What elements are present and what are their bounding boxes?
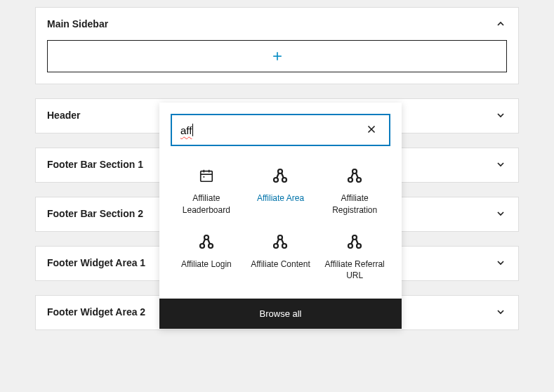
block-label: Affiliate Login bbox=[181, 259, 232, 270]
block-item-affiliate-area[interactable]: Affiliate Area bbox=[245, 162, 317, 222]
svg-point-18 bbox=[278, 235, 282, 240]
close-icon bbox=[365, 123, 378, 138]
add-block-button[interactable] bbox=[47, 40, 507, 72]
widget-area-title: Footer Bar Section 1 bbox=[47, 159, 143, 170]
block-item-affiliate-referral-url[interactable]: Affiliate Referral URL bbox=[319, 228, 390, 288]
clear-search-button[interactable] bbox=[362, 120, 381, 141]
svg-point-10 bbox=[274, 178, 278, 182]
affiliate-icon bbox=[198, 233, 215, 250]
block-label: Affiliate Area bbox=[257, 192, 304, 204]
svg-point-13 bbox=[348, 178, 352, 182]
svg-point-15 bbox=[204, 235, 209, 240]
affiliate-icon bbox=[346, 233, 363, 250]
block-inserter-popover: aff Affiliate Leaderboard bbox=[159, 103, 402, 329]
block-item-affiliate-content[interactable]: Affiliate Content bbox=[245, 228, 317, 288]
svg-rect-4 bbox=[201, 171, 213, 182]
affiliate-icon bbox=[272, 167, 289, 184]
svg-point-23 bbox=[357, 244, 361, 248]
widget-area-main-sidebar: Main Sidebar bbox=[35, 7, 519, 84]
plus-icon bbox=[270, 49, 284, 63]
svg-point-21 bbox=[352, 235, 357, 240]
svg-point-22 bbox=[348, 244, 352, 248]
svg-point-20 bbox=[282, 244, 286, 248]
browse-all-button[interactable]: Browse all bbox=[159, 299, 402, 329]
svg-point-12 bbox=[352, 169, 357, 174]
block-item-affiliate-login[interactable]: Affiliate Login bbox=[171, 228, 242, 288]
calendar-icon bbox=[199, 167, 214, 184]
affiliate-icon bbox=[346, 167, 363, 184]
chevron-down-icon bbox=[494, 256, 507, 269]
chevron-down-icon bbox=[494, 109, 507, 122]
block-label: Affiliate Registration bbox=[322, 192, 388, 216]
block-item-affiliate-registration[interactable]: Affiliate Registration bbox=[319, 162, 390, 222]
widget-area-title: Main Sidebar bbox=[47, 18, 108, 30]
svg-point-9 bbox=[278, 169, 282, 174]
widget-area-title: Footer Widget Area 1 bbox=[47, 257, 145, 268]
inserter-search-wrap: aff bbox=[159, 103, 402, 157]
chevron-up-icon bbox=[494, 18, 507, 30]
svg-point-16 bbox=[200, 244, 204, 248]
svg-point-17 bbox=[209, 244, 213, 248]
widget-area-header[interactable]: Main Sidebar bbox=[36, 8, 518, 40]
inserter-results-grid: Affiliate Leaderboard Affiliate Area Aff… bbox=[159, 157, 402, 299]
chevron-down-icon bbox=[494, 158, 507, 171]
block-label: Affiliate Leaderboard bbox=[173, 192, 239, 216]
widget-area-body bbox=[36, 40, 518, 84]
svg-point-14 bbox=[357, 178, 361, 182]
search-input[interactable]: aff bbox=[180, 124, 192, 136]
block-label: Affiliate Content bbox=[251, 259, 310, 270]
text-cursor bbox=[192, 124, 193, 136]
chevron-down-icon bbox=[494, 306, 507, 318]
svg-point-11 bbox=[282, 178, 286, 182]
block-item-affiliate-leaderboard[interactable]: Affiliate Leaderboard bbox=[171, 162, 242, 222]
widget-area-title: Header bbox=[47, 110, 80, 121]
chevron-down-icon bbox=[494, 207, 507, 220]
svg-line-3 bbox=[369, 126, 375, 132]
widget-area-title: Footer Bar Section 2 bbox=[47, 208, 143, 219]
widget-area-title: Footer Widget Area 2 bbox=[47, 306, 145, 318]
svg-point-19 bbox=[274, 244, 278, 248]
svg-line-2 bbox=[369, 126, 375, 132]
search-field-wrap[interactable]: aff bbox=[171, 114, 390, 146]
block-label: Affiliate Referral URL bbox=[322, 259, 388, 282]
affiliate-icon bbox=[272, 233, 289, 250]
